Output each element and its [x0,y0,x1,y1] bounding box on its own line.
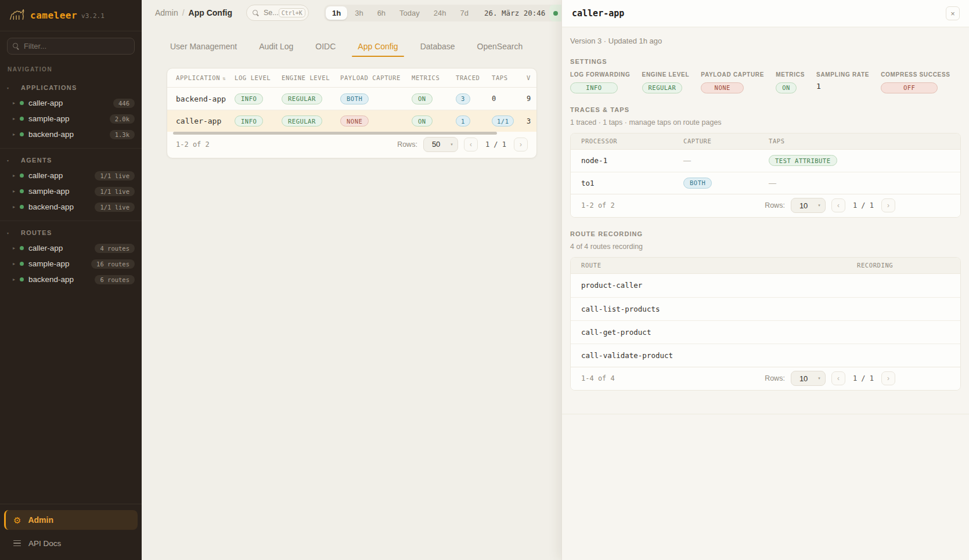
sidebar-item-routes-sample-app[interactable]: ▸ sample-app 16 routes [0,256,142,272]
status-dot-icon [20,189,24,193]
status-dot-icon [20,246,24,250]
col-log-level: LOG LEVEL [235,74,282,81]
filter-input[interactable] [24,42,129,50]
rows-per-page-select[interactable]: 50 ▾ [423,137,458,152]
sidebar-item-admin[interactable]: ⚙ Admin [4,510,138,530]
next-page-button[interactable]: › [881,371,895,385]
breadcrumb: Admin / App Config [155,8,232,17]
sidebar-item-applications-backend-app[interactable]: ▸ backend-app 1.3k [0,127,142,142]
tab-app-config[interactable]: App Config [352,41,404,57]
time-range-7d[interactable]: 7d [454,6,475,20]
chevron-right-icon: ▸ [13,204,20,209]
search-icon [253,10,259,16]
sidebar-item-agents-backend-app[interactable]: ▸ backend-app 1/1 live [0,199,142,215]
sort-icon[interactable]: ⇅ [222,75,226,81]
breadcrumb-current: App Config [189,8,232,17]
tab-audit-log[interactable]: Audit Log [253,41,299,57]
row-range-label: 1-2 of 2 [581,201,615,209]
chevron-down-icon: ▾ [818,203,820,208]
tab-database[interactable]: Database [415,41,461,57]
status-dot-icon [20,277,24,281]
group-header-agents[interactable]: ▾ AGENTS [0,153,142,168]
filter-magnifier-icon [13,43,19,49]
time-range-1h[interactable]: 1h [326,6,347,20]
field-sampling-rate: SAMPLING RATE 1 [816,71,869,91]
col-engine-level: ENGINE LEVEL [282,74,340,81]
route-row-call-list-products[interactable]: call-list-products [571,297,960,320]
chevron-right-icon: ▸ [13,245,20,251]
breadcrumb-separator: / [182,8,185,17]
time-range-today[interactable]: Today [393,6,426,20]
version-meta: Version 3 · Updated 1h ago [570,37,961,45]
tab-opensearch[interactable]: OpenSearch [471,41,529,57]
rows-per-page-select[interactable]: 10 ▾ [791,371,826,386]
payload-capture-badge: BOTH [340,93,369,104]
col-application[interactable]: APPLICATION⇅ [176,74,235,81]
camel-logo-icon [8,7,26,24]
app-config-table-card: APPLICATION⇅ LOG LEVEL ENGINE LEVEL PAYL… [167,68,537,158]
trace-row-node-1[interactable]: node-1 — TEST ATTRIBUTE [571,150,960,172]
sidebar-item-routes-backend-app[interactable]: ▸ backend-app 6 routes [0,272,142,287]
live-dot-icon [553,11,558,16]
chevron-down-icon: ▾ [818,376,820,381]
prev-page-button[interactable]: ‹ [831,371,845,385]
next-page-button[interactable]: › [514,138,528,151]
tab-user-management[interactable]: User Management [164,41,243,57]
chevron-right-icon: ▸ [13,277,20,282]
prev-page-button[interactable]: ‹ [831,198,845,212]
settings-section-label: SETTINGS [570,58,961,65]
group-header-applications[interactable]: ▾ APPLICATIONS [0,81,142,95]
time-range-24h[interactable]: 24h [427,6,453,20]
table-row-backend-app[interactable]: backend-app INFO REGULAR BOTH ON 3 0 9 [167,88,536,110]
rows-per-page-select[interactable]: 10 ▾ [791,198,826,213]
sidebar-item-api-docs[interactable]: API Docs [4,534,138,552]
traced-badge: 1 [456,115,470,127]
status-dot-icon [20,132,24,136]
sidebar-item-agents-sample-app[interactable]: ▸ sample-app 1/1 live [0,183,142,199]
col-payload-capture: PAYLOAD CAPTURE [340,74,412,81]
recording-header-row: ROUTE RECORDING [571,258,960,274]
taps-empty: — [769,179,960,187]
status-dot-icon [20,205,24,209]
time-range-6h[interactable]: 6h [371,6,392,20]
top-header: Admin / App Config Se... Ctrl+K 1h 3h 6h… [142,0,561,26]
breadcrumb-parent[interactable]: Admin [155,8,178,17]
tab-oidc[interactable]: OIDC [309,41,341,57]
sidebar-item-agents-caller-app[interactable]: ▸ caller-app 1/1 live [0,168,142,183]
sidebar-item-routes-caller-app[interactable]: ▸ caller-app 4 routes [0,240,142,256]
chevron-right-icon: ▸ [13,261,20,266]
close-icon[interactable]: × [946,6,960,20]
route-row-call-get-product[interactable]: call-get-product [571,320,960,344]
route-recording-summary: 4 of 4 routes recording [570,243,961,251]
sidebar-item-applications-caller-app[interactable]: ▸ caller-app 446 [0,95,142,111]
time-range-3h[interactable]: 3h [348,6,369,20]
chevron-right-icon: ▸ [13,189,20,194]
v-value: 3 [527,117,536,125]
col-taps: TAPS [492,74,527,81]
chevron-right-icon: ▸ [13,116,20,121]
col-capture: CAPTURE [683,138,769,144]
field-engine-level: ENGINE LEVEL REGULAR [642,71,690,93]
col-metrics: METRICS [412,74,456,81]
col-route: ROUTE [581,262,857,269]
table-row-caller-app-selected[interactable]: caller-app INFO REGULAR NONE ON 1 1/1 3 [167,110,536,132]
traces-header-row: PROCESSOR CAPTURE TAPS [571,133,960,150]
metrics-badge: ON [412,115,433,127]
sidebar-item-applications-sample-app[interactable]: ▸ sample-app 2.0k [0,111,142,127]
group-header-routes[interactable]: ▾ ROUTES [0,226,142,240]
sidebar-group-applications: ▾ APPLICATIONS ▸ caller-app 446 ▸ sample… [0,76,142,142]
global-search[interactable]: Se... Ctrl+K [246,5,309,21]
group-label: APPLICATIONS [21,84,77,91]
col-traced: TRACED [456,74,492,81]
prev-page-button[interactable]: ‹ [464,138,478,151]
routes-badge: 16 routes [91,259,135,269]
log-level-badge: INFO [235,93,263,104]
next-page-button[interactable]: › [881,198,895,212]
navigation-label: NAVIGATION [8,66,134,73]
trace-row-to1[interactable]: to1 BOTH — [571,172,960,194]
sidebar-filter[interactable] [7,38,135,55]
route-row-product-caller[interactable]: product-caller [571,274,960,297]
route-row-call-validate-product[interactable]: call-validate-product [571,344,960,367]
row-range-label: 1-2 of 2 [176,140,210,149]
tap-badge: TEST ATTRIBUTE [769,155,837,166]
